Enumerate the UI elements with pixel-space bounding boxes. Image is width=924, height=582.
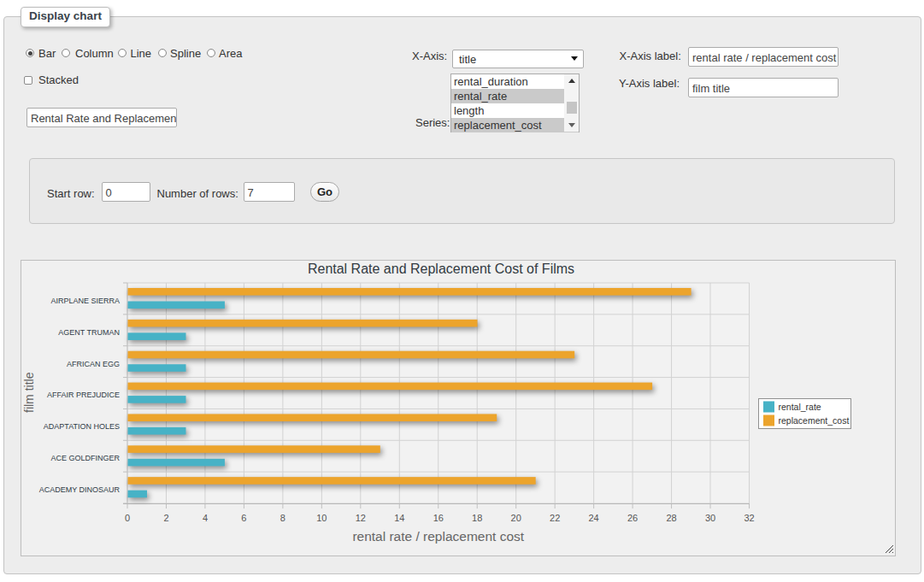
svg-text:AIRPLANE SIERRA: AIRPLANE SIERRA [50,297,120,305]
svg-text:14: 14 [394,513,404,523]
svg-text:18: 18 [472,513,482,523]
svg-text:ACADEMY DINOSAUR: ACADEMY DINOSAUR [39,485,121,494]
svg-text:30: 30 [705,513,715,523]
svg-text:ADAPTATION HOLES: ADAPTATION HOLES [44,422,120,431]
svg-text:26: 26 [627,513,638,523]
svg-text:2: 2 [163,513,168,523]
svg-text:22: 22 [550,513,560,523]
svg-text:28: 28 [666,513,676,523]
svg-text:20: 20 [511,513,521,523]
svg-text:4: 4 [203,513,208,523]
svg-text:replacement_cost: replacement_cost [779,415,850,426]
svg-text:AFRICAN EGG: AFRICAN EGG [67,360,120,368]
svg-text:6: 6 [241,513,246,523]
svg-text:24: 24 [588,513,598,523]
svg-text:film title: film title [22,372,36,413]
svg-text:ACE GOLDFINGER: ACE GOLDFINGER [50,454,120,462]
svg-text:10: 10 [316,513,327,523]
svg-text:12: 12 [356,513,366,523]
svg-text:32: 32 [744,513,754,523]
svg-text:AFFAIR PREJUDICE: AFFAIR PREJUDICE [47,391,120,399]
svg-text:rental_rate: rental_rate [779,402,821,412]
svg-text:16: 16 [433,513,444,523]
svg-text:0: 0 [125,513,130,523]
svg-text:rental rate / replacement cost: rental rate / replacement cost [352,529,524,544]
svg-text:AGENT TRUMAN: AGENT TRUMAN [58,328,120,337]
svg-text:8: 8 [280,513,285,523]
svg-text:Rental Rate and Replacement Co: Rental Rate and Replacement Cost of Film… [308,262,574,276]
